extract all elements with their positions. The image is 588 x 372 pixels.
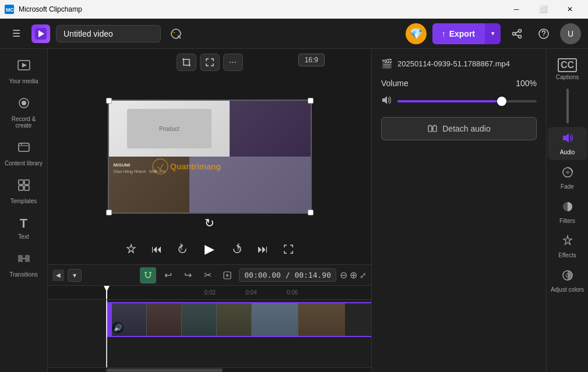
- crop-tool-button[interactable]: [177, 54, 196, 71]
- project-name-input[interactable]: [56, 25, 161, 42]
- playhead[interactable]: [106, 286, 107, 299]
- svg-rect-29: [428, 126, 432, 132]
- right-sidebar-item-effects[interactable]: Effects: [548, 230, 587, 263]
- sidebar-item-transitions[interactable]: Transitions: [2, 247, 46, 282]
- time-current: 00:00.00: [244, 271, 281, 279]
- zoom-controls: ⊖ ⊕ ⤢: [340, 270, 367, 281]
- track-content[interactable]: 🔊: [106, 302, 371, 337]
- track-audio-icon: 🔊: [112, 322, 124, 334]
- volume-fill: [397, 100, 502, 102]
- effects-label: Effects: [558, 252, 576, 258]
- redo-button[interactable]: ↪: [179, 267, 196, 284]
- play-button[interactable]: ▶: [199, 239, 220, 260]
- cut-button[interactable]: ✂: [199, 267, 216, 284]
- your-media-label: Your media: [9, 78, 38, 84]
- svg-point-7: [519, 35, 522, 38]
- zoom-out-button[interactable]: ⊖: [340, 270, 347, 281]
- next-frame-button[interactable]: ⏭: [254, 240, 272, 258]
- more-options-button[interactable]: ···: [223, 54, 243, 71]
- detach-audio-label: Detach audio: [442, 124, 491, 133]
- audio-icon: [561, 132, 574, 147]
- fullscreen-button[interactable]: [280, 240, 297, 258]
- prev-frame-button[interactable]: ⏮: [148, 240, 166, 258]
- timeline-scrollbar[interactable]: [106, 369, 223, 372]
- zoom-in-button[interactable]: ⊕: [350, 270, 357, 281]
- minimize-button[interactable]: ─: [503, 0, 530, 19]
- timeline-dropdown-label: ▾: [73, 271, 76, 279]
- export-arrow-icon: ↑: [442, 29, 446, 38]
- autofix-button[interactable]: [122, 240, 140, 258]
- preview-area: ··· 16:9 Product: [48, 49, 371, 264]
- right-sidebar-item-filters[interactable]: Filters: [548, 196, 587, 229]
- track-left-handle[interactable]: [107, 303, 112, 336]
- svg-point-5: [519, 29, 522, 32]
- premium-button[interactable]: 💎: [406, 23, 427, 44]
- restore-button[interactable]: ⬜: [530, 0, 557, 19]
- export-dropdown-button[interactable]: ▾: [484, 23, 501, 44]
- filters-label: Filters: [559, 218, 575, 224]
- svg-rect-21: [18, 255, 23, 262]
- file-name: 20250114-0939-51.1788867.mp4: [397, 59, 510, 68]
- svg-point-11: [543, 35, 544, 36]
- adjust-colors-label: Adjust colors: [551, 286, 584, 293]
- resize-tool-button[interactable]: [200, 54, 220, 71]
- preview-canvas-inner: Product MISUMI Giao Hàng Nhanh · Miễn Ph…: [109, 101, 311, 212]
- rotate-handle[interactable]: ↻: [205, 216, 214, 230]
- timeline-section: ◀ ▾ ↩ ↪ ✂: [48, 264, 371, 372]
- preview-canvas[interactable]: Product MISUMI Giao Hàng Nhanh · Miễn Ph…: [108, 100, 312, 214]
- sidebar-item-record-create[interactable]: Record & create: [2, 91, 46, 133]
- undo-button[interactable]: ↩: [160, 267, 176, 284]
- transitions-icon: [17, 251, 31, 269]
- sidebar-item-content-library[interactable]: Content library: [2, 136, 46, 171]
- svg-point-15: [22, 101, 26, 105]
- volume-slider[interactable]: [397, 100, 537, 102]
- export-button[interactable]: ↑ Export: [432, 23, 484, 44]
- captions-label: Captions: [556, 74, 579, 80]
- audio-label: Audio: [560, 149, 575, 155]
- aspect-ratio-value: 16:9: [305, 56, 318, 64]
- corner-handle-br[interactable]: [308, 210, 314, 215]
- app: ☰ 💎 ↑ Export ▾: [0, 19, 588, 372]
- sticker-icon-button[interactable]: [167, 24, 185, 43]
- insert-button[interactable]: [219, 267, 235, 284]
- share-button[interactable]: [506, 23, 527, 44]
- svg-point-33: [566, 171, 569, 174]
- timeline-dropdown[interactable]: ▾: [68, 269, 82, 282]
- avatar[interactable]: U: [560, 23, 581, 44]
- rewind5-button[interactable]: 5: [174, 240, 191, 258]
- svg-rect-17: [19, 180, 23, 185]
- svg-rect-19: [19, 186, 23, 190]
- detach-audio-button[interactable]: Detach audio: [381, 117, 537, 140]
- right-sidebar-item-adjust-colors[interactable]: Adjust colors: [548, 264, 587, 297]
- corner-handle-tr[interactable]: [308, 98, 314, 104]
- track-row-video: 🔊: [48, 300, 371, 339]
- ruler-mark-2: 0:04: [245, 289, 256, 296]
- svg-rect-22: [25, 255, 30, 262]
- help-button[interactable]: [533, 23, 554, 44]
- timeline-toggle-button[interactable]: ◀: [52, 270, 64, 281]
- scrollbar-stub: [566, 88, 569, 123]
- volume-thumb[interactable]: [497, 97, 506, 106]
- templates-icon: [17, 178, 31, 196]
- forward5-button[interactable]: 5: [228, 240, 246, 258]
- close-button[interactable]: ✕: [557, 0, 583, 19]
- right-sidebar-item-audio[interactable]: Audio: [548, 127, 587, 160]
- sidebar-item-templates[interactable]: Templates: [2, 173, 46, 209]
- fade-icon: [561, 166, 574, 182]
- svg-rect-20: [24, 186, 29, 190]
- magnet-button[interactable]: [140, 267, 156, 284]
- titlebar-title: Microsoft Clipchamp: [19, 5, 82, 13]
- sidebar-item-text[interactable]: T Text: [2, 211, 46, 245]
- sidebar-item-your-media[interactable]: Your media: [2, 54, 46, 89]
- svg-marker-31: [563, 133, 569, 143]
- right-sidebar-item-fade[interactable]: Fade: [548, 161, 587, 194]
- corner-handle-tl[interactable]: [106, 98, 112, 104]
- right-sidebar-item-captions[interactable]: CC Captions: [548, 54, 587, 85]
- fit-button[interactable]: ⤢: [360, 271, 367, 280]
- video-track[interactable]: 🔊: [106, 302, 371, 337]
- file-header: 🎬 20250114-0939-51.1788867.mp4: [381, 58, 537, 69]
- hamburger-button[interactable]: ☰: [7, 24, 26, 43]
- corner-handle-bl[interactable]: [106, 210, 112, 215]
- svg-marker-13: [22, 63, 27, 68]
- templates-label: Templates: [10, 198, 37, 204]
